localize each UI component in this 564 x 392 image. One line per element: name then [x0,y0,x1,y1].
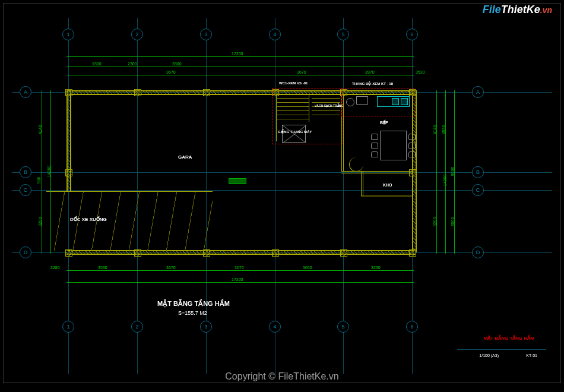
column [409,249,416,257]
dim-top: 3500 [172,62,182,66]
grid-bubble-4-top: 4 [269,29,281,40]
grid-bubble-d-left: D [20,246,31,258]
dim-left: 4140 [38,125,42,135]
wall-partition [341,173,413,173]
logo-part2: ThietKe [501,4,540,16]
dim-bot: 3530 [98,265,107,270]
dim-line-bot-overall [66,282,414,283]
label-kho: KHO [383,183,392,187]
dim-bot: 3650 [303,265,312,270]
label-gara: GARA [178,154,192,160]
fixture [356,96,368,105]
titleblock-line [457,349,546,350]
dim-bot: 3280 [50,265,60,270]
column [65,89,72,96]
watermark-copyright: Copyright © FileThietKe.vn [225,371,338,382]
dim-line-bot-1 [66,270,414,271]
titleblock-sheet: KT-01 [526,353,537,358]
dim-right: 4530 [442,125,446,135]
dim-right: 3000 [451,217,455,227]
dim-line-top-overall [66,56,414,57]
chair-icon [408,134,416,140]
grid-bubble-b-left: B [20,166,31,178]
label-wc1: WC1-XEM VS -01 [279,81,308,85]
grid-bubble-a-right: A [472,86,484,98]
dim-line-right2 [445,90,446,254]
label-elevator: GIẾNG THANG MÁY [278,129,312,134]
wall-partition [361,195,413,195]
grid-bubble-1-bot: 1 [62,321,74,333]
dim-bot: 3670 [235,265,244,270]
column [340,249,347,257]
logo-part1: File [483,4,501,16]
grid-bubble-3-bot: 3 [200,321,212,333]
grid-bubble-3-top: 3 [200,29,212,40]
label-ramp: DỐC XE XUỐNG [70,217,107,222]
dim-right: 14200 [443,175,447,186]
revision-cloud [272,88,343,144]
ramp-edge [46,191,213,192]
wall-partition [361,197,413,197]
watermark-logo: File ThietKe .vn [483,4,552,16]
dim-left: 3200 [38,217,42,227]
label-bep: BẾP [380,121,388,125]
label-vach: VÁCH GẠCH TRẮNG [315,104,343,108]
label-wc2: THANG BỘ-XEM KT - 18 [352,81,393,86]
titleblock-name: MẶT BẰNG TẦNG HẦM [484,336,534,341]
dim-top: 3670 [297,70,306,74]
logo-part3: .vn [540,5,552,15]
column [134,89,141,96]
dining-table [380,131,407,160]
chair-icon [371,143,378,148]
dim-left: 900 [37,177,41,184]
chair-icon [371,134,378,140]
dim-top: 2870 [365,70,375,74]
wall-hatch [68,251,414,254]
dim-top: 2300 [128,62,137,66]
dim-right: 9000 [451,167,455,176]
grid-bubble-4-bot: 4 [269,321,281,333]
grid-bubble-d-right: D [472,246,484,258]
toilet-icon [346,98,354,106]
column [203,89,210,96]
titleblock-scale: 1/100 (A3) [479,353,499,358]
dim-top: 1500 [92,62,102,66]
wall-partition [341,171,413,172]
sink-icon [392,98,399,105]
dim-line-top-2 [66,75,414,75]
column [272,249,279,257]
column [65,169,72,176]
dim-bot: 3670 [166,265,176,270]
grid-bubble-2-top: 2 [131,29,143,40]
drawing-subtitle: S=155.7 M2 [178,310,207,316]
dim-right: 3200 [433,217,437,227]
dim-line-right [436,90,437,254]
dim-line-top-1 [66,67,414,67]
grid-bubble-6-bot: 6 [406,321,418,333]
chair-icon [408,143,416,148]
wall-partition [363,171,363,196]
grid-bubble-b-right: B [472,166,484,178]
dim-overall-bot: 17200 [232,277,243,282]
chair-icon [408,151,416,157]
grid-bubble-5-bot: 5 [337,321,349,333]
grid-bubble-6-top: 6 [406,29,418,40]
grid-bubble-a-left: A [20,86,31,98]
dim-top: 3670 [166,70,176,74]
grid-line-c [12,190,552,191]
grid-bubble-2-bot: 2 [131,321,143,333]
dim-overall-top: 17200 [232,52,243,56]
grid-bubble-c-right: C [472,184,484,196]
grid-bubble-1-top: 1 [62,29,74,40]
dim-left: 14200 [47,166,51,177]
cad-canvas: 1 2 3 4 5 6 1 2 3 4 5 6 A B C D A B C D [0,0,564,392]
grid-bubble-c-left: C [20,184,31,196]
door-swing-icon [349,157,363,172]
chair-icon [371,151,378,157]
wall-partition [361,171,362,196]
grid-line-b [12,172,552,173]
dim-right: 4140 [433,125,437,135]
drawing-title: MẶT BẰNG TẦNG HẦM [157,300,230,308]
grid-bubble-5-top: 5 [337,29,349,40]
sink-icon [401,98,408,105]
